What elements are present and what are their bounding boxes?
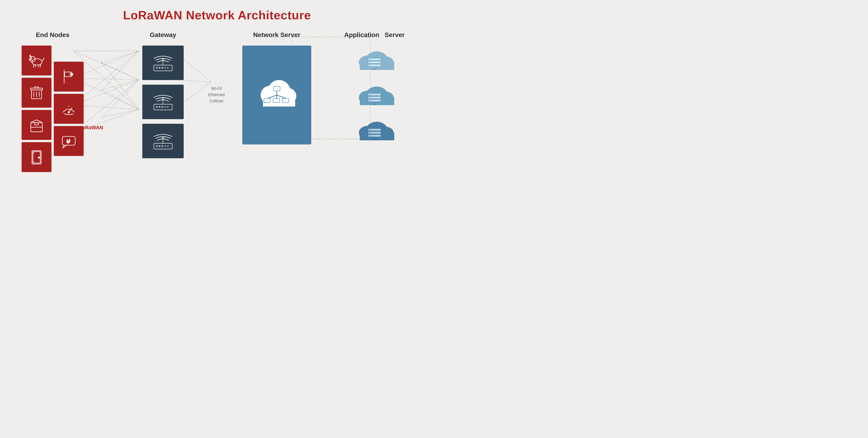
network-server-title: Network Server (253, 31, 300, 39)
svg-rect-128 (373, 137, 376, 139)
node-package (22, 110, 52, 140)
app-title-part1: Application (344, 31, 379, 38)
svg-rect-116 (373, 102, 376, 104)
svg-line-28 (33, 65, 34, 67)
gateway-2 (142, 85, 184, 119)
svg-point-125 (369, 129, 370, 130)
gateway-title: Gateway (150, 31, 176, 39)
svg-rect-93 (282, 98, 289, 103)
nodes-left (22, 46, 52, 172)
gateway-boxes (142, 46, 184, 158)
svg-rect-41 (35, 123, 38, 125)
node-trash (22, 78, 52, 108)
svg-rect-104 (373, 66, 376, 69)
svg-point-69 (162, 106, 163, 108)
svg-point-32 (31, 58, 32, 59)
network-server-column: Network Server (237, 31, 317, 144)
svg-point-70 (164, 106, 166, 108)
lorawan-label: LoRaWAN (79, 125, 103, 131)
svg-point-33 (29, 59, 31, 60)
svg-point-79 (167, 145, 168, 147)
svg-point-60 (159, 67, 160, 68)
app-server-column: Application Server (331, 31, 418, 147)
svg-rect-35 (31, 88, 42, 90)
svg-point-61 (162, 67, 163, 68)
svg-point-62 (164, 67, 166, 68)
svg-point-75 (156, 145, 157, 147)
svg-point-67 (156, 106, 157, 108)
app-title-part2: Server (384, 31, 405, 38)
svg-point-126 (369, 132, 370, 133)
svg-line-52 (63, 111, 64, 112)
svg-rect-86 (274, 86, 280, 91)
svg-line-29 (35, 65, 36, 67)
svg-point-77 (162, 145, 163, 147)
svg-point-59 (156, 67, 157, 68)
main-title: LoRaWAN Network Architecture (123, 8, 311, 22)
columns-area: .dashed { stroke: #999; stroke-width: 1.… (10, 31, 424, 172)
svg-point-68 (159, 106, 160, 108)
svg-point-113 (369, 94, 370, 95)
app-cloud-3 (349, 116, 400, 147)
svg-line-31 (40, 64, 41, 67)
svg-point-63 (167, 67, 168, 68)
svg-rect-129 (372, 139, 377, 140)
svg-line-54 (73, 111, 74, 112)
diagram-container: LoRaWAN Network Architecture .dashed { s… (10, 8, 424, 211)
end-nodes-column: End Nodes (16, 31, 89, 172)
app-cloud-2 (349, 81, 400, 112)
network-server-box (242, 46, 311, 144)
svg-point-115 (369, 100, 370, 101)
app-cloud-1 (349, 46, 400, 77)
svg-rect-105 (372, 68, 377, 69)
node-dog (22, 46, 52, 76)
svg-rect-48 (65, 72, 71, 77)
svg-point-101 (369, 59, 370, 60)
gateway-3 (142, 124, 184, 158)
node-camera (54, 62, 84, 92)
svg-point-78 (164, 145, 166, 147)
wifi-label: Wi-Fi/Ethernet/Cellular (208, 86, 225, 104)
svg-point-44 (38, 157, 39, 158)
svg-point-71 (167, 106, 168, 108)
svg-point-103 (369, 65, 370, 66)
svg-rect-91 (264, 98, 270, 103)
app-server-boxes (349, 46, 400, 147)
svg-point-76 (159, 145, 160, 147)
node-gauge (54, 94, 84, 124)
nodes-right (54, 62, 84, 156)
gateway-1 (142, 46, 184, 80)
svg-point-114 (369, 97, 370, 98)
app-server-title: Application Server (344, 31, 405, 39)
svg-rect-117 (372, 104, 377, 105)
svg-point-56 (68, 112, 69, 113)
svg-rect-92 (273, 98, 280, 103)
node-door (22, 142, 52, 172)
svg-point-102 (369, 62, 370, 63)
end-nodes-title: End Nodes (36, 31, 69, 39)
gateway-column: Gateway (131, 31, 195, 158)
end-nodes-inner (22, 46, 84, 172)
svg-point-127 (369, 135, 370, 136)
